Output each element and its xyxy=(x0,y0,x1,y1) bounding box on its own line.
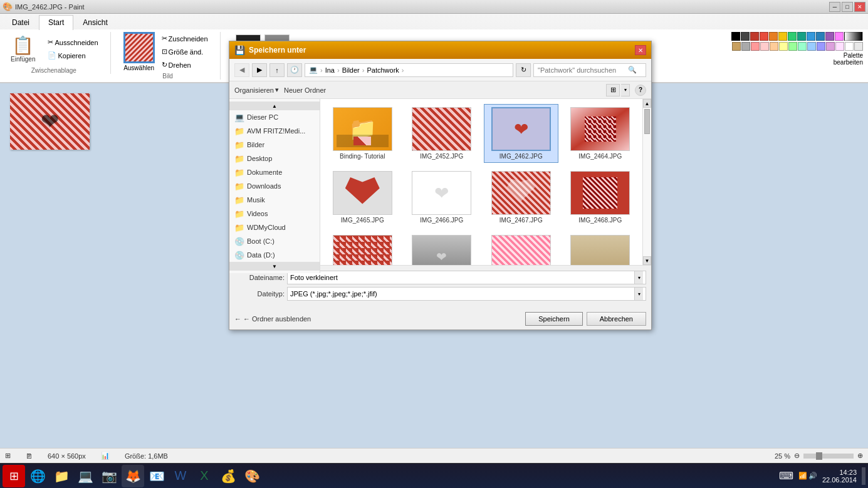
taskbar-ie-button[interactable]: 🌐 xyxy=(26,465,49,487)
palette-blue[interactable] xyxy=(807,32,815,41)
start-button[interactable]: ⊞ xyxy=(3,465,25,487)
clock-area[interactable]: 14:23 22.06.2014 xyxy=(822,469,857,484)
taskbar-fox-button[interactable]: 🦊 xyxy=(122,465,144,487)
palette-teal[interactable] xyxy=(797,32,806,41)
sidebar-scroll-down[interactable]: ▼ xyxy=(229,262,320,271)
crop-button[interactable]: ✂ Zuschneiden xyxy=(157,33,212,44)
file-item-binding[interactable]: 📁 Binding- Tutorial xyxy=(325,104,400,163)
file-item-2452[interactable]: IMG_2452.JPG xyxy=(405,104,479,163)
hide-folder-button[interactable]: ← ← Ordner ausblenden xyxy=(234,315,311,323)
nav-recent-button[interactable]: 🕐 xyxy=(287,63,302,77)
sidebar-item-avm[interactable]: 📁 AVM FRITZ!Medi... xyxy=(229,124,320,138)
sidebar-scroll-up[interactable]: ▲ xyxy=(229,101,320,110)
sidebar-item-dokumente[interactable]: 📁 Dokumente xyxy=(229,165,320,179)
sidebar-item-wdmycloud[interactable]: 📁 WDMyCloud xyxy=(229,221,320,234)
filetype-input-container[interactable]: JPEG (*.jpg;*.jpeg;*.jpe;*.jfif) ▾ xyxy=(287,287,646,301)
show-desktop-button[interactable] xyxy=(862,467,865,485)
filename-dropdown-button[interactable]: ▾ xyxy=(634,271,643,284)
palette-lightgreen[interactable] xyxy=(788,42,797,51)
file-item-2471[interactable] xyxy=(484,232,558,265)
palette-gray[interactable] xyxy=(741,42,750,51)
zoom-minus-icon[interactable]: ⊖ xyxy=(794,452,800,460)
palette-lightblue[interactable] xyxy=(807,42,816,51)
search-input[interactable] xyxy=(538,66,625,74)
taskbar-folder-button[interactable]: 📁 xyxy=(50,465,73,487)
filetype-dropdown-button[interactable]: ▾ xyxy=(634,288,643,300)
copy-button[interactable]: 📄 Kopieren xyxy=(43,49,102,61)
taskbar-mail-button[interactable]: 📧 xyxy=(145,465,168,487)
sidebar-item-downloads[interactable]: 📁 Downloads xyxy=(229,179,320,193)
breadcrumb[interactable]: 💻 › Ina › Bilder › Patchwork › xyxy=(305,63,513,77)
taskbar-money-button[interactable]: 💰 xyxy=(217,465,239,487)
palette-green[interactable] xyxy=(788,32,797,41)
sidebar-item-videos[interactable]: 📁 Videos xyxy=(229,207,320,221)
cut-button[interactable]: ✂ Ausschneiden xyxy=(43,36,102,48)
zoom-slider-thumb[interactable] xyxy=(816,452,822,460)
palette-yellow[interactable] xyxy=(778,32,787,41)
zoom-slider[interactable] xyxy=(803,454,854,459)
palette-purple[interactable] xyxy=(825,32,834,41)
file-item-2464[interactable]: IMG_2464.JPG xyxy=(563,104,638,163)
maximize-button[interactable]: □ xyxy=(842,2,853,12)
search-box[interactable]: 🔍 xyxy=(533,63,646,77)
nav-back-button[interactable]: ◀ xyxy=(234,63,249,77)
help-button[interactable]: ? xyxy=(635,85,646,96)
palette-orange[interactable] xyxy=(769,32,778,41)
select-button[interactable] xyxy=(123,32,155,63)
palette-darkgray[interactable] xyxy=(741,32,750,41)
resize-button[interactable]: ⊡ Größe änd. xyxy=(157,46,212,58)
palette-mintgreen[interactable] xyxy=(798,42,807,51)
nav-up-button[interactable]: ↑ xyxy=(269,63,285,77)
palette-lavender[interactable] xyxy=(835,42,844,51)
scroll-down-button[interactable]: ▼ xyxy=(643,256,651,265)
save-button[interactable]: Speichern xyxy=(525,312,583,326)
taskbar-computer-button[interactable]: 💻 xyxy=(74,465,97,487)
palette-darkblue[interactable] xyxy=(816,32,825,41)
nav-forward-button[interactable]: ▶ xyxy=(252,63,267,77)
new-folder-button[interactable]: Neuer Ordner xyxy=(284,86,326,94)
taskbar-camera-button[interactable]: 📷 xyxy=(98,465,120,487)
palette-lightred[interactable] xyxy=(751,42,760,51)
palette-lightpurple[interactable] xyxy=(817,42,825,51)
file-item-2472[interactable] xyxy=(563,232,638,265)
dialog-close-button[interactable]: ✕ xyxy=(635,45,646,55)
tab-ansicht[interactable]: Ansicht xyxy=(73,15,117,29)
tab-datei[interactable]: Datei xyxy=(3,15,39,29)
scroll-up-button[interactable]: ▲ xyxy=(643,99,651,108)
rotate-button[interactable]: ↻ Drehen xyxy=(157,59,212,71)
sidebar-item-musik[interactable]: 📁 Musik xyxy=(229,193,320,207)
filename-input[interactable] xyxy=(290,274,634,281)
palette-black[interactable] xyxy=(731,32,740,41)
refresh-button[interactable]: ↻ xyxy=(516,63,531,77)
palette-plum[interactable] xyxy=(826,42,835,51)
palette-lightyellow[interactable] xyxy=(779,42,788,51)
file-item-2467[interactable]: IMG_2467.JPG xyxy=(484,168,558,227)
taskbar-paint-button[interactable]: 🎨 xyxy=(241,465,263,487)
palette-nearwhite[interactable] xyxy=(854,42,863,51)
view-dropdown-button[interactable]: ▾ xyxy=(621,84,630,96)
file-item-2470[interactable]: ❤ xyxy=(405,232,479,265)
sidebar-item-bilder[interactable]: 📁 Bilder xyxy=(229,138,320,152)
cancel-button[interactable]: Abbrechen xyxy=(587,312,646,326)
file-item-2465[interactable]: IMG_2465.JPG xyxy=(325,168,400,227)
sidebar-item-dieser-pc[interactable]: 💻 Dieser PC xyxy=(229,110,320,124)
sidebar-item-data[interactable]: 💿 Data (D:) xyxy=(229,248,320,262)
minimize-button[interactable]: ─ xyxy=(829,2,840,12)
file-item-2466[interactable]: ❤ IMG_2466.JPG xyxy=(405,168,479,227)
organize-button[interactable]: Organisieren ▾ xyxy=(234,86,279,94)
palette-pink[interactable] xyxy=(835,32,844,41)
sidebar-item-boot[interactable]: 💿 Boot (C:) xyxy=(229,234,320,248)
palette-tan[interactable] xyxy=(732,42,741,51)
taskbar-word-button[interactable]: W xyxy=(169,465,192,487)
paste-button[interactable]: 📋 Einfügen xyxy=(5,32,41,66)
file-item-2468[interactable]: IMG_2468.JPG xyxy=(563,168,638,227)
close-button[interactable]: ✕ xyxy=(854,2,865,12)
view-mode-button[interactable]: ⊞ xyxy=(606,84,620,96)
taskbar-excel-button[interactable]: X xyxy=(193,465,216,487)
scroll-thumb[interactable] xyxy=(644,109,650,134)
palette-peach[interactable] xyxy=(770,42,778,51)
palette-verylight[interactable] xyxy=(760,42,769,51)
palette-gradient[interactable] xyxy=(844,32,863,41)
palette-darkred[interactable] xyxy=(750,32,759,41)
file-item-2462[interactable]: ❤ IMG_2462.JPG xyxy=(484,104,558,163)
